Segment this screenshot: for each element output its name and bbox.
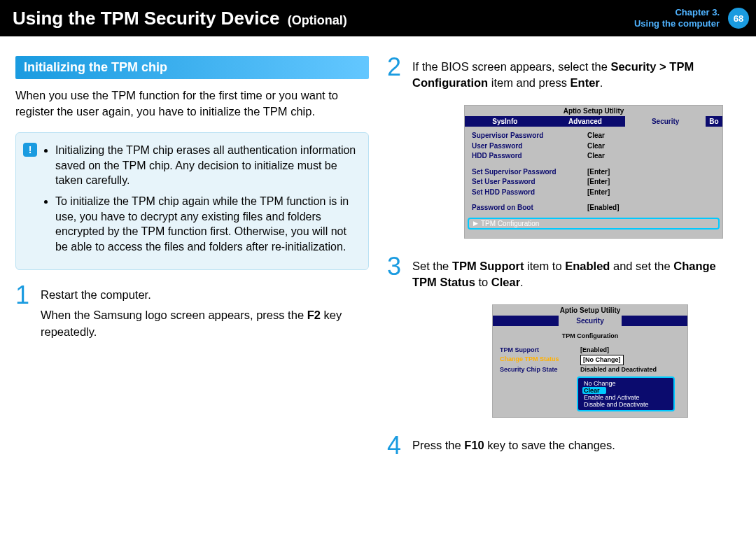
page-number-badge: 68: [728, 8, 749, 29]
bios-body: Supervisor PasswordClear User PasswordCl…: [465, 127, 722, 238]
popup-option: No Change: [582, 380, 669, 387]
popup-option: Enable and Activate: [582, 394, 669, 401]
bios-screenshot-security: Aptio Setup Utility SysInfo Advanced Sec…: [464, 105, 723, 239]
bios-tab-cut: Bo: [706, 116, 722, 127]
bios-title: Aptio Setup Utility: [465, 106, 722, 116]
step-3: 3 Set the TPM Support item to Enabled an…: [387, 255, 741, 295]
bios-row: HDD PasswordClear: [472, 151, 715, 162]
content-area: Initializing the TPM chip When you use t…: [0, 36, 756, 467]
section-heading: Initializing the TPM chip: [15, 56, 369, 79]
bios-row: User PasswordClear: [472, 141, 715, 152]
bios-title: Aptio Setup Utility: [493, 305, 687, 316]
callout-item: Initializing the TPM chip erases all aut…: [55, 143, 357, 188]
step-body: Restart the computer. When the Samsung l…: [41, 284, 369, 344]
chapter-label: Chapter 3.: [634, 7, 720, 18]
step-line: Press the F10 key to save the changes.: [412, 437, 615, 453]
bios-row: Set Supervisor Password[Enter]: [472, 167, 715, 178]
popup-option: Disable and Deactivate: [582, 401, 669, 408]
warning-icon: !: [23, 143, 37, 157]
bios-row: Supervisor PasswordClear: [472, 131, 715, 141]
bios-tab-active: Security: [625, 116, 706, 127]
triangle-icon: ▶: [473, 220, 478, 227]
callout-list: Initializing the TPM chip erases all aut…: [46, 143, 357, 254]
popup-option-selected: Clear: [582, 387, 606, 394]
bios-body: TPM Configuration TPM Support[Enabled] C…: [493, 326, 687, 417]
step-4: 4 Press the F10 key to save the changes.: [387, 435, 741, 458]
header-right: Chapter 3. Using the computer 68: [634, 7, 756, 29]
bios-tabs: SysInfo Advanced Security Bo: [465, 116, 722, 127]
step-1: 1 Restart the computer. When the Samsung…: [15, 284, 369, 344]
step-number: 4: [387, 435, 405, 458]
bios-row: Set HDD Password[Enter]: [472, 188, 715, 198]
warning-callout: ! Initializing the TPM chip erases all a…: [15, 132, 369, 270]
bios-selected-row: ▶ TPM Configuration: [468, 218, 720, 230]
callout-item: To initialize the TPM chip again while t…: [55, 194, 357, 254]
step-line: When the Samsung logo screen appears, pr…: [41, 307, 369, 339]
step-body: If the BIOS screen appears, select the S…: [412, 56, 741, 95]
page-title: Using the TPM Security Device (Optional): [13, 8, 347, 29]
bios-row: Change TPM Status[No Change]: [500, 355, 680, 365]
bios-tab: SysInfo: [465, 116, 545, 127]
step-2: 2 If the BIOS screen appears, select the…: [387, 56, 741, 95]
chapter-info: Chapter 3. Using the computer: [634, 7, 720, 29]
bios-row: Set User Password[Enter]: [472, 177, 715, 188]
bios-screenshot-tpm-config: Aptio Setup Utility Security TPM Configu…: [492, 304, 688, 418]
step-body: Press the F10 key to save the changes.: [412, 435, 615, 458]
bios-subheading: TPM Configuration: [500, 330, 680, 341]
step-number: 1: [15, 284, 34, 344]
bios-tab-active: Security: [559, 316, 622, 326]
step-number: 3: [387, 255, 405, 295]
title-text: Using the TPM Security Device: [13, 8, 279, 29]
left-column: Initializing the TPM chip When you use t…: [15, 56, 369, 467]
chapter-subtitle: Using the computer: [634, 18, 720, 29]
step-line: Set the TPM Support item to Enabled and …: [412, 258, 741, 290]
step-line: Restart the computer.: [41, 287, 369, 303]
title-optional: (Optional): [288, 13, 347, 27]
step-number: 2: [387, 56, 405, 95]
bios-row: Security Chip StateDisabled and Deactiva…: [500, 365, 680, 374]
bios-row: TPM Support[Enabled]: [500, 346, 680, 355]
right-column: 2 If the BIOS screen appears, select the…: [387, 56, 741, 467]
bios-row: Password on Boot[Enabled]: [472, 203, 715, 213]
bios-tabs: Security: [493, 316, 687, 326]
bios-tab: Advanced: [545, 116, 626, 127]
page-header: Using the TPM Security Device (Optional)…: [0, 0, 756, 36]
step-body: Set the TPM Support item to Enabled and …: [412, 255, 741, 295]
step-line: If the BIOS screen appears, select the S…: [412, 59, 741, 91]
section-intro: When you use the TPM function for the fi…: [15, 87, 369, 120]
bios-popup: No Change Clear Enable and Activate Disa…: [577, 376, 675, 411]
